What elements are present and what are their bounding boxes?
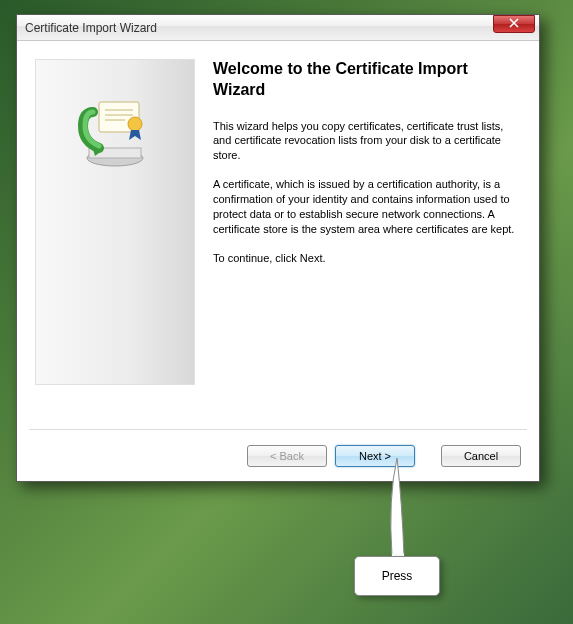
wizard-heading: Welcome to the Certificate Import Wizard (213, 59, 521, 101)
titlebar: Certificate Import Wizard (17, 15, 539, 41)
close-icon (509, 17, 519, 31)
content-area: Welcome to the Certificate Import Wizard… (17, 41, 539, 429)
annotation-callout: Press (354, 486, 440, 596)
close-button[interactable] (493, 15, 535, 33)
wizard-window: Certificate Import Wizard (16, 14, 540, 482)
svg-point-4 (128, 117, 142, 131)
intro-paragraph-2: A certificate, which is issued by a cert… (213, 177, 521, 236)
main-panel: Welcome to the Certificate Import Wizard… (213, 59, 521, 429)
button-row: < Back Next > Cancel (29, 429, 527, 481)
certificate-icon (75, 100, 155, 170)
cancel-button[interactable]: Cancel (441, 445, 521, 467)
next-button[interactable]: Next > (335, 445, 415, 467)
intro-paragraph-1: This wizard helps you copy certificates,… (213, 119, 521, 164)
back-button: < Back (247, 445, 327, 467)
callout-label: Press (354, 556, 440, 596)
side-panel (35, 59, 195, 385)
intro-paragraph-3: To continue, click Next. (213, 251, 521, 266)
window-title: Certificate Import Wizard (25, 21, 537, 35)
